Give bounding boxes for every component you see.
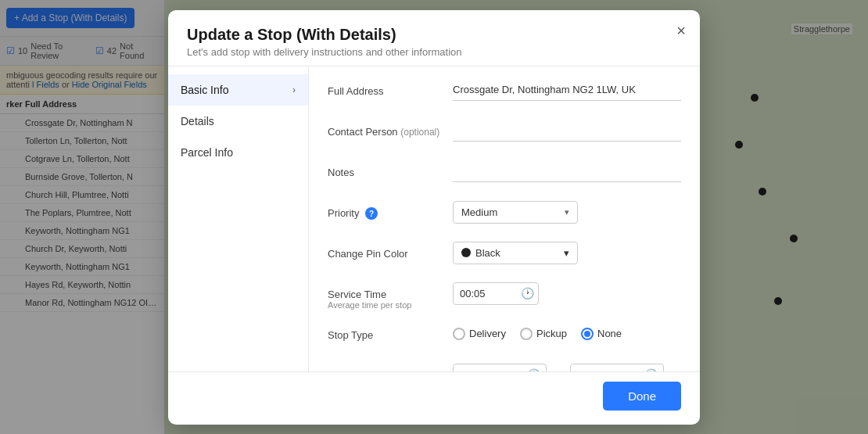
chevron-right-icon: › xyxy=(292,84,296,95)
modal-dialog: Update a Stop (With Details) Let's add s… xyxy=(168,10,700,425)
modal-subtitle: Let's add stop with delivery instruction… xyxy=(187,46,681,58)
modal-header: Update a Stop (With Details) Let's add s… xyxy=(168,10,700,66)
service-time-control: 🕐 xyxy=(453,282,681,305)
contact-person-input[interactable] xyxy=(453,120,681,142)
earliest-time-wrap: 🕐 xyxy=(453,364,547,371)
close-button[interactable]: × xyxy=(676,23,686,38)
full-address-control xyxy=(453,79,681,101)
none-radio-circle xyxy=(581,328,594,340)
pin-color-chevron-icon: ▾ xyxy=(564,247,569,259)
contact-person-row: Contact Person (optional) xyxy=(328,120,681,148)
nav-label-details: Details xyxy=(181,115,214,127)
stop-type-none[interactable]: None xyxy=(581,328,622,340)
modal-body: Basic Info › Details Parcel Info Full Ad… xyxy=(168,66,700,371)
notes-label: Notes xyxy=(328,160,453,178)
pin-color-label-row: Black xyxy=(461,247,500,259)
priority-control: Medium ▾ xyxy=(453,201,681,224)
done-button[interactable]: Done xyxy=(603,382,681,411)
modal-sidebar: Basic Info › Details Parcel Info xyxy=(168,66,309,371)
pin-color-label: Change Pin Color xyxy=(328,242,453,260)
nav-label-parcel-info: Parcel Info xyxy=(181,146,233,159)
delivery-radio-circle xyxy=(453,328,465,340)
time-window-label: Time Window xyxy=(328,364,453,371)
nav-item-details[interactable]: Details xyxy=(168,106,308,137)
modal-footer: Done xyxy=(168,371,700,425)
service-time-input-wrap: 🕐 xyxy=(453,282,539,305)
priority-label: Priority ? xyxy=(328,201,453,221)
priority-select[interactable]: Medium ▾ xyxy=(453,201,578,224)
notes-row: Notes xyxy=(328,160,681,188)
pickup-radio-circle xyxy=(520,328,533,340)
earliest-time-input[interactable] xyxy=(454,364,522,371)
stop-type-pickup[interactable]: Pickup xyxy=(520,328,567,340)
modal-overlay: Update a Stop (With Details) Let's add s… xyxy=(0,0,868,434)
time-window-row: Time Window 🕐 To 🕐 xyxy=(328,364,681,371)
service-time-input[interactable] xyxy=(454,283,516,304)
stop-type-radio-group: Delivery Pickup None xyxy=(453,323,681,340)
stop-type-delivery[interactable]: Delivery xyxy=(453,328,506,340)
nav-item-basic-info[interactable]: Basic Info › xyxy=(168,74,308,106)
modal-form: Full Address Contact Person (optional) xyxy=(309,66,700,371)
latest-time-input[interactable] xyxy=(571,364,640,371)
contact-person-label: Contact Person (optional) xyxy=(328,120,453,138)
pin-color-dot xyxy=(461,248,471,257)
priority-chevron-icon: ▾ xyxy=(565,207,569,217)
service-time-label: Service Time Average time per stop xyxy=(328,282,453,310)
notes-input[interactable] xyxy=(453,160,681,182)
stop-type-row: Stop Type Delivery Pickup xyxy=(328,323,681,351)
full-address-input[interactable] xyxy=(453,79,681,101)
contact-person-control xyxy=(453,120,681,142)
stop-type-control: Delivery Pickup None xyxy=(453,323,681,340)
service-time-row: Service Time Average time per stop 🕐 xyxy=(328,282,681,310)
nav-item-parcel-info[interactable]: Parcel Info xyxy=(168,137,308,168)
nav-label-basic-info: Basic Info xyxy=(181,84,228,96)
full-address-row: Full Address xyxy=(328,79,681,107)
time-window-inputs: 🕐 To 🕐 xyxy=(453,364,681,371)
pin-color-control: Black ▾ xyxy=(453,242,681,264)
notes-control xyxy=(453,160,681,182)
latest-time-wrap: 🕐 xyxy=(570,364,664,371)
priority-row: Priority ? Medium ▾ xyxy=(328,201,681,229)
clock-icon[interactable]: 🕐 xyxy=(516,287,539,299)
pin-color-select[interactable]: Black ▾ xyxy=(453,242,578,264)
pin-color-row: Change Pin Color Black ▾ xyxy=(328,242,681,270)
stop-type-label: Stop Type xyxy=(328,323,453,341)
modal-title: Update a Stop (With Details) xyxy=(187,26,681,44)
priority-help-icon[interactable]: ? xyxy=(365,207,378,220)
time-window-control: 🕐 To 🕐 xyxy=(453,364,681,371)
full-address-label: Full Address xyxy=(328,79,453,97)
